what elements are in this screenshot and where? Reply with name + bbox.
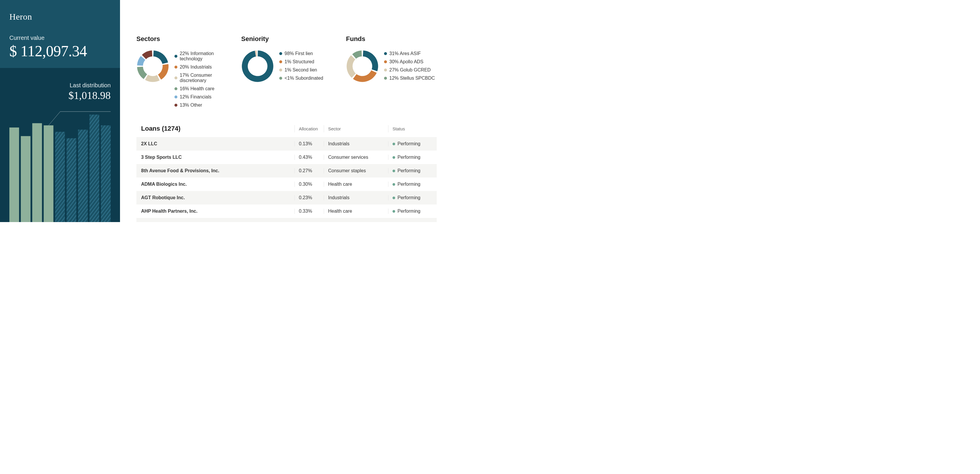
bar	[10, 128, 19, 222]
bar	[55, 132, 65, 222]
loan-name: 2X LLC	[137, 141, 294, 147]
table-row[interactable]: AHP Health Partners, Inc.0.33%Health car…	[137, 204, 437, 218]
leader-line	[49, 112, 111, 125]
bar	[89, 115, 99, 222]
legend-text: 13% Other	[180, 102, 202, 108]
bar	[32, 123, 42, 222]
loan-sector: Consumer services	[324, 155, 388, 160]
legend-item: 20% Industrials	[175, 64, 227, 70]
loan-sector: Industrials	[324, 141, 388, 147]
funds-donut	[346, 50, 379, 83]
loan-sector: Industrials	[324, 195, 388, 200]
col-header-allocation[interactable]: Allocation	[294, 125, 324, 132]
table-row[interactable]: 2X LLC0.13%IndustrialsPerforming	[137, 137, 437, 151]
loan-alloc: 0.27%	[294, 168, 324, 174]
loan-status: Performing	[388, 155, 437, 160]
legend-dot-icon	[384, 61, 387, 63]
legend-text: <1% Subordinated	[285, 76, 323, 81]
donut-slice	[153, 50, 168, 64]
bar	[21, 136, 30, 222]
loans-body: 2X LLC0.13%IndustrialsPerforming3 Step S…	[137, 137, 437, 222]
loan-alloc: 0.33%	[294, 209, 324, 214]
donut-slice	[347, 55, 356, 78]
funds-block: Funds 31% Ares ASIF30% Apollo ADS27% Gol…	[346, 35, 437, 108]
donut-slice	[353, 70, 377, 82]
status-dot-icon	[393, 196, 395, 199]
legend-dot-icon	[175, 87, 177, 90]
sidebar-header: Heron Current value $ 112,097.34	[0, 0, 120, 68]
legend-text: 1% Second lien	[285, 67, 317, 73]
legend-dot-icon	[175, 104, 177, 107]
donut-slice	[158, 64, 169, 80]
sectors-donut	[137, 50, 169, 83]
col-header-status[interactable]: Status	[388, 125, 437, 132]
table-row[interactable]: 3 Step Sports LLC0.43%Consumer servicesP…	[137, 151, 437, 164]
loan-alloc: 0.43%	[294, 155, 324, 160]
legend-text: 31% Ares ASIF	[389, 51, 421, 56]
legend-item: 13% Other	[175, 102, 227, 108]
last-distribution-block: Last distribution $1,018.98	[10, 82, 111, 102]
loan-alloc: 0.13%	[294, 141, 324, 147]
donut-slice	[142, 50, 152, 59]
table-row[interactable]: AGT Robotique Inc.0.23%IndustrialsPerfor…	[137, 191, 437, 204]
sectors-block: Sectors 22% Information technology20% In…	[137, 35, 227, 108]
loan-name: 8th Avenue Food & Provisions, Inc.	[137, 168, 294, 174]
bar	[67, 138, 76, 222]
loan-sector: Health care	[324, 182, 388, 187]
legend-item: 12% Stellus SPCBDC	[384, 76, 435, 81]
loan-name: AGT Robotique Inc.	[137, 195, 294, 200]
distribution-bar-chart	[10, 107, 111, 222]
donut-slice	[137, 56, 145, 65]
legend-dot-icon	[175, 55, 177, 58]
main-content: Sectors 22% Information technology20% In…	[120, 0, 453, 222]
sidebar: Heron Current value $ 112,097.34 Last di…	[0, 0, 120, 222]
loan-status: Performing	[388, 209, 437, 214]
seniority-title: Seniority	[241, 35, 332, 43]
seniority-donut	[241, 50, 274, 83]
seniority-legend: 98% First lien1% Structured1% Second lie…	[279, 50, 323, 81]
donut-row: Sectors 22% Information technology20% In…	[137, 35, 437, 108]
legend-dot-icon	[384, 52, 387, 55]
table-row[interactable]: 8th Avenue Food & Provisions, Inc.0.27%C…	[137, 164, 437, 177]
legend-text: 98% First lien	[285, 51, 313, 56]
loan-sector: Health care	[324, 209, 388, 214]
status-dot-icon	[393, 210, 395, 213]
legend-text: 16% Health care	[180, 86, 214, 91]
legend-item: 98% First lien	[279, 51, 323, 56]
funds-legend: 31% Ares ASIF30% Apollo ADS27% Golub GCR…	[384, 50, 435, 81]
table-row[interactable]: AI Aqua Merger Sub, Inc.0.14%Industrials…	[137, 218, 437, 222]
donut-slice	[137, 67, 147, 79]
legend-item: 22% Information technology	[175, 51, 227, 62]
legend-item: 1% Second lien	[279, 67, 323, 73]
legend-item: <1% Subordinated	[279, 76, 323, 81]
loan-sector: Consumer staples	[324, 168, 388, 174]
status-dot-icon	[393, 170, 395, 172]
legend-text: 22% Information technology	[180, 51, 227, 62]
table-row[interactable]: ADMA Biologics Inc.0.30%Health carePerfo…	[137, 177, 437, 191]
donut-slice	[242, 50, 274, 82]
col-header-sector[interactable]: Sector	[324, 125, 388, 132]
legend-dot-icon	[175, 96, 177, 99]
legend-item: 1% Structured	[279, 59, 323, 64]
legend-text: 17% Consumer discretionary	[180, 73, 227, 83]
legend-dot-icon	[279, 69, 282, 72]
donut-slice	[352, 50, 362, 59]
loan-status: Performing	[388, 182, 437, 187]
loans-title: Loans (1274)	[141, 125, 181, 132]
legend-text: 27% Golub GCRED	[389, 67, 431, 73]
legend-item: 27% Golub GCRED	[384, 67, 435, 73]
legend-item: 31% Ares ASIF	[384, 51, 435, 56]
loan-name: AHP Health Partners, Inc.	[137, 209, 294, 214]
loan-alloc: 0.23%	[294, 195, 324, 200]
status-dot-icon	[393, 156, 395, 159]
legend-text: 20% Industrials	[180, 64, 212, 70]
loan-status: Performing	[388, 168, 437, 174]
legend-item: 16% Health care	[175, 86, 227, 91]
current-value: $ 112,097.34	[10, 43, 111, 60]
legend-text: 30% Apollo ADS	[389, 59, 423, 64]
legend-item: 17% Consumer discretionary	[175, 73, 227, 83]
status-dot-icon	[393, 183, 395, 186]
status-dot-icon	[393, 143, 395, 145]
loan-status: Performing	[388, 141, 437, 147]
donut-slice	[256, 50, 257, 56]
